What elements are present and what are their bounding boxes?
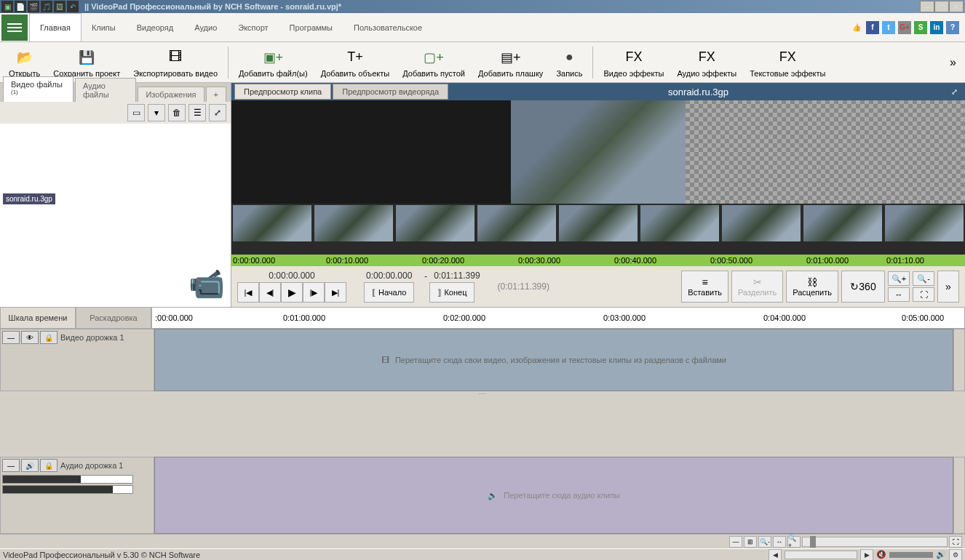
filmstrip-timeline[interactable]: 0:00:00.000 0:00:10.000 0:00:20.000 0:00… [231,255,965,266]
save-project-button[interactable]: 💾Сохранить проект [47,44,126,81]
toolbar-more-button[interactable]: » [944,56,962,69]
preview-collapse-button[interactable]: ⤢ [947,87,962,97]
audio-track-content[interactable]: 🔊 Перетащите сюда аудио клипы [154,457,953,534]
insert-button[interactable]: ≡Вставить [681,271,728,303]
tab-audio[interactable]: Аудио [184,13,228,41]
rotate-button[interactable]: ↻360 [841,271,885,303]
play-button[interactable]: ▶ [281,282,303,303]
zoom-fit-timeline[interactable]: ↔ [773,536,786,548]
tab-custom[interactable]: Пользовательское [343,13,433,41]
add-files-button[interactable]: ▣+Добавить файл(ы) [233,44,314,81]
hamburger-menu[interactable] [1,15,28,41]
filmstrip-frame[interactable] [722,205,801,241]
export-video-button[interactable]: 🎞Экспортировать видео [127,44,223,81]
tab-audio-files[interactable]: Аудио файлы [75,78,136,102]
filmstrip-frame[interactable] [803,205,882,241]
filmstrip-frame[interactable] [477,205,556,241]
linkedin-icon[interactable]: in [930,21,943,34]
tab-timescale[interactable]: Шкала времени [0,307,76,329]
tab-sequence-preview[interactable]: Предпросмотр видеоряда [333,84,448,100]
add-empty-button[interactable]: ▢+Добавить пустой [397,44,471,81]
tab-sequence[interactable]: Видеоряд [127,13,185,41]
tab-clip-preview[interactable]: Предпросмотр клипа [234,84,331,100]
timeline-ruler[interactable]: :00:00.000 0:01:00.000 0:02:00.000 0:03:… [151,307,965,329]
tab-programs[interactable]: Программы [279,13,343,41]
mark-end-button[interactable]: ⟧ Конец [429,282,474,303]
undo-icon[interactable]: ↶ [67,1,79,12]
track-splitter[interactable]: ····· [0,391,965,396]
audio-track-scrollbar[interactable] [953,457,965,534]
tab-images[interactable]: Изображения [138,87,204,102]
audio-lock-button[interactable]: 🔒 [40,459,57,472]
file-item[interactable]: sonraid.ru.3gp [3,193,55,204]
tab-clips[interactable]: Клипы [82,13,127,41]
track-add-button[interactable]: — [729,536,742,548]
qa-icon-2[interactable]: 🎬 [28,1,39,12]
help-icon[interactable]: ? [946,21,959,34]
close-button[interactable]: ✕ [949,1,964,12]
list-button[interactable]: ☰ [188,104,206,121]
volume-mute-icon[interactable]: 🔇 [876,550,886,559]
video-track-scrollbar[interactable] [953,329,965,391]
frame-forward-button[interactable]: |▶ [303,282,325,303]
filmstrip-frame[interactable] [559,205,638,241]
tab-storyboard[interactable]: Раскадровка [76,307,151,329]
split-button[interactable]: ✂Разделить [731,271,783,303]
preview-viewport[interactable] [231,100,965,204]
track-plus-button[interactable]: ⊞ [744,536,757,548]
maximize-button[interactable]: ▢ [934,1,949,12]
view-dropdown[interactable]: ▾ [148,104,165,121]
audio-minus-button[interactable]: — [2,459,20,472]
tab-main[interactable]: Главная [29,13,82,41]
qa-icon-4[interactable]: 🖼 [54,1,65,12]
track-lock-button[interactable]: 🔒 [40,331,57,344]
qa-icon-1[interactable]: 📄 [15,1,26,12]
frame-back-button[interactable]: ◀| [259,282,281,303]
minimize-button[interactable]: — [920,1,934,12]
tab-export[interactable]: Экспорт [228,13,279,41]
filmstrip-frame[interactable] [396,205,474,241]
open-button[interactable]: 📂Открыть [3,44,46,81]
zoom-in-button[interactable]: 🔍+ [888,271,910,286]
filmstrip[interactable] [231,204,965,255]
stumble-icon[interactable]: S [914,21,927,34]
scroll-right-button[interactable]: ▶ [860,549,873,561]
timeline-end-button[interactable]: ⛶ [949,536,962,548]
collapse-button[interactable]: ⤢ [209,104,226,121]
view-mode-button[interactable]: ▭ [127,104,145,121]
tab-video-files[interactable]: Видео файлы (1) [3,76,74,102]
filmstrip-frame[interactable] [885,205,964,241]
zoom-out2-button[interactable]: 🔍- [913,271,934,286]
volume-icon[interactable]: 🔊 [936,550,946,559]
volume-slider[interactable] [2,475,133,484]
video-effects-button[interactable]: FXВидео эффекты [597,44,670,81]
zoom-slider[interactable] [802,537,948,547]
audio-effects-button[interactable]: FXАудио эффекты [671,44,742,81]
volume-slider-status[interactable] [889,552,933,558]
video-track-content[interactable]: 🎞 Перетащите сюда свои видео, изображени… [154,329,953,391]
qa-icon-3[interactable]: 🎵 [41,1,52,12]
thumbs-up-icon[interactable]: 👍 [850,21,863,34]
zoom-in-timeline[interactable]: 🔍+ [787,536,801,548]
filmstrip-frame[interactable] [233,205,311,241]
delete-button[interactable]: 🗑 [168,104,186,121]
twitter-icon[interactable]: t [882,21,895,34]
zoom-out-timeline[interactable]: 🔍- [758,536,771,548]
skip-end-button[interactable]: ▶| [325,282,346,303]
mark-start-button[interactable]: ⟦ Начало [364,282,414,303]
filmstrip-frame[interactable] [640,205,719,241]
filmstrip-frame[interactable] [314,205,393,241]
facebook-icon[interactable]: f [866,21,879,34]
pan-slider[interactable] [2,485,133,494]
horizontal-scrollbar[interactable] [785,551,857,559]
track-eye-button[interactable]: 👁 [21,331,39,344]
record-button[interactable]: ●Запись [550,44,588,81]
text-effects-button[interactable]: FXТекстовые эффекты [744,44,831,81]
zoom-out-button[interactable]: ↔ [888,287,910,302]
fit-button[interactable]: ⛶ [913,287,934,302]
status-settings-button[interactable]: ⚙ [949,549,962,561]
skip-start-button[interactable]: |◀ [237,282,259,303]
google-plus-icon[interactable]: G+ [898,21,911,34]
file-list[interactable]: sonraid.ru.3gp 📹 [0,124,231,307]
tab-add[interactable]: + [206,87,226,102]
